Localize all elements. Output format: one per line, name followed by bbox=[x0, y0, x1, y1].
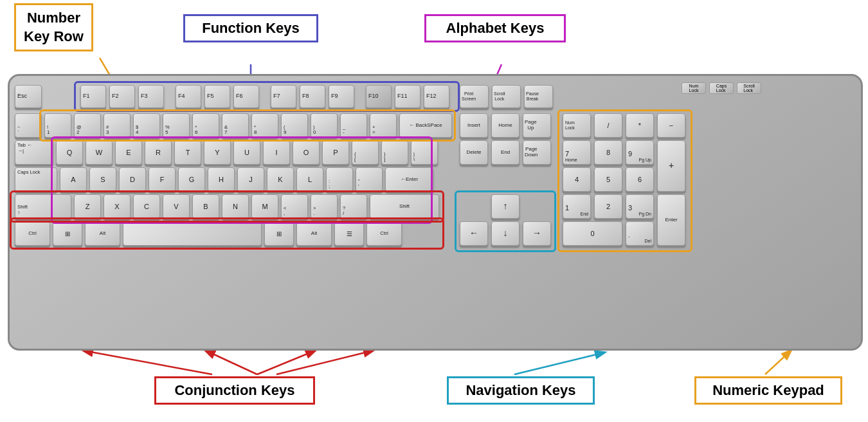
key-ctrl-right[interactable]: Ctrl bbox=[366, 221, 402, 246]
key-f7[interactable]: F7 bbox=[271, 85, 296, 108]
key-g[interactable]: G bbox=[178, 167, 205, 192]
key-slash[interactable]: ?/ bbox=[340, 194, 367, 219]
key-m[interactable]: M bbox=[251, 194, 278, 219]
key-arrow-down[interactable]: ↓ bbox=[491, 221, 520, 246]
key-arrow-left[interactable]: ← bbox=[460, 221, 488, 246]
key-f3[interactable]: F3 bbox=[138, 85, 164, 108]
key-backtick[interactable]: ~` bbox=[15, 113, 42, 138]
numpad-dot[interactable]: . Del bbox=[626, 221, 654, 246]
key-backspace[interactable]: ← BackSPace bbox=[399, 113, 452, 138]
numpad-plus[interactable]: + bbox=[657, 140, 685, 192]
key-c[interactable]: C bbox=[133, 194, 160, 219]
key-y[interactable]: Y bbox=[204, 140, 231, 165]
key-ctrl-left[interactable]: Ctrl bbox=[15, 221, 50, 246]
key-x[interactable]: X bbox=[104, 194, 131, 219]
key-tab[interactable]: Tab ←→| bbox=[15, 140, 53, 165]
key-period[interactable]: >. bbox=[311, 194, 338, 219]
key-comma[interactable]: <, bbox=[281, 194, 308, 219]
key-t[interactable]: T bbox=[174, 140, 201, 165]
key-0[interactable]: )0 bbox=[311, 113, 338, 138]
key-8[interactable]: *8 bbox=[251, 113, 278, 138]
key-f1[interactable]: F1 bbox=[80, 85, 106, 108]
key-o[interactable]: O bbox=[293, 140, 320, 165]
key-end[interactable]: End bbox=[491, 140, 520, 165]
key-shift-right[interactable]: Shift bbox=[370, 194, 439, 219]
key-arrow-right[interactable]: → bbox=[523, 221, 551, 246]
key-j[interactable]: J bbox=[237, 167, 264, 192]
numpad-minus[interactable]: − bbox=[657, 113, 685, 138]
key-f5[interactable]: F5 bbox=[204, 85, 230, 108]
key-alt-left[interactable]: Alt bbox=[85, 221, 120, 246]
key-pageup[interactable]: PageUp bbox=[523, 113, 551, 138]
key-h[interactable]: H bbox=[208, 167, 235, 192]
key-f11[interactable]: F11 bbox=[395, 85, 420, 108]
key-i[interactable]: I bbox=[263, 140, 290, 165]
key-alt-right[interactable]: Alt bbox=[296, 221, 332, 246]
key-f9[interactable]: F9 bbox=[329, 85, 354, 108]
key-win-left[interactable]: ⊞ bbox=[53, 221, 82, 246]
key-rbracket[interactable]: }] bbox=[381, 140, 408, 165]
key-f8[interactable]: F8 bbox=[300, 85, 325, 108]
numpad-3[interactable]: 3 Pg Dn bbox=[626, 194, 654, 219]
key-pagedown[interactable]: PageDown bbox=[523, 140, 551, 165]
key-b[interactable]: B bbox=[192, 194, 219, 219]
key-l[interactable]: L bbox=[296, 167, 323, 192]
key-6[interactable]: ^6 bbox=[192, 113, 219, 138]
key-f6[interactable]: F6 bbox=[233, 85, 259, 108]
key-d[interactable]: D bbox=[119, 167, 146, 192]
key-print-screen[interactable]: PrintScreen bbox=[460, 85, 489, 108]
numpad-8[interactable]: 8 bbox=[594, 140, 622, 165]
numpad-numlock[interactable]: NumLock bbox=[563, 113, 591, 138]
key-k[interactable]: K bbox=[267, 167, 294, 192]
key-capslock[interactable]: Caps Lock bbox=[15, 167, 57, 192]
numpad-2[interactable]: 2 bbox=[594, 194, 622, 219]
key-7[interactable]: &7 bbox=[222, 113, 249, 138]
key-quote[interactable]: "' bbox=[356, 167, 383, 192]
key-r[interactable]: R bbox=[145, 140, 172, 165]
key-esc[interactable]: Esc bbox=[15, 85, 42, 108]
key-shift-left[interactable]: Shift↑ bbox=[15, 194, 71, 219]
key-home[interactable]: Home bbox=[491, 113, 520, 138]
key-equals[interactable]: += bbox=[370, 113, 397, 138]
numpad-5[interactable]: 5 bbox=[594, 167, 622, 192]
numpad-4[interactable]: 4 bbox=[563, 167, 591, 192]
key-menu[interactable]: ☰ bbox=[334, 221, 364, 246]
key-9[interactable]: (9 bbox=[281, 113, 308, 138]
key-space[interactable] bbox=[123, 221, 262, 246]
numpad-asterisk[interactable]: * bbox=[626, 113, 654, 138]
key-3[interactable]: #3 bbox=[104, 113, 131, 138]
key-semicolon[interactable]: :; bbox=[326, 167, 353, 192]
numpad-6[interactable]: 6 bbox=[626, 167, 654, 192]
key-win-right[interactable]: ⊞ bbox=[264, 221, 294, 246]
key-backslash[interactable]: |\ bbox=[411, 140, 438, 165]
numpad-0[interactable]: 0 bbox=[563, 221, 622, 246]
key-f12[interactable]: F12 bbox=[424, 85, 449, 108]
key-f[interactable]: F bbox=[149, 167, 176, 192]
key-pause-break[interactable]: PauseBreak bbox=[524, 85, 553, 108]
key-enter[interactable]: ←Enter bbox=[385, 167, 433, 192]
key-insert[interactable]: Insert bbox=[460, 113, 488, 138]
key-a[interactable]: A bbox=[60, 167, 87, 192]
key-arrow-up[interactable]: ↑ bbox=[491, 194, 520, 219]
key-1[interactable]: !1 bbox=[44, 113, 71, 138]
key-2[interactable]: @2 bbox=[74, 113, 101, 138]
key-f10[interactable]: F10 bbox=[366, 85, 392, 108]
key-w[interactable]: W bbox=[86, 140, 113, 165]
key-s[interactable]: S bbox=[89, 167, 116, 192]
key-n[interactable]: N bbox=[222, 194, 249, 219]
key-u[interactable]: U bbox=[233, 140, 260, 165]
key-v[interactable]: V bbox=[163, 194, 190, 219]
key-f2[interactable]: F2 bbox=[109, 85, 135, 108]
numpad-7[interactable]: 7 Home bbox=[563, 140, 591, 165]
key-delete[interactable]: Delete bbox=[460, 140, 488, 165]
numpad-slash[interactable]: / bbox=[594, 113, 622, 138]
numpad-enter[interactable]: Enter bbox=[657, 194, 685, 246]
key-scroll-lock[interactable]: ScrollLock bbox=[492, 85, 521, 108]
numpad-1[interactable]: 1 End bbox=[563, 194, 591, 219]
key-4[interactable]: $4 bbox=[133, 113, 160, 138]
key-lbracket[interactable]: {[ bbox=[352, 140, 379, 165]
key-e[interactable]: E bbox=[115, 140, 142, 165]
key-z[interactable]: Z bbox=[74, 194, 101, 219]
numpad-9[interactable]: 9 Pg Up bbox=[626, 140, 654, 165]
key-p[interactable]: P bbox=[322, 140, 349, 165]
